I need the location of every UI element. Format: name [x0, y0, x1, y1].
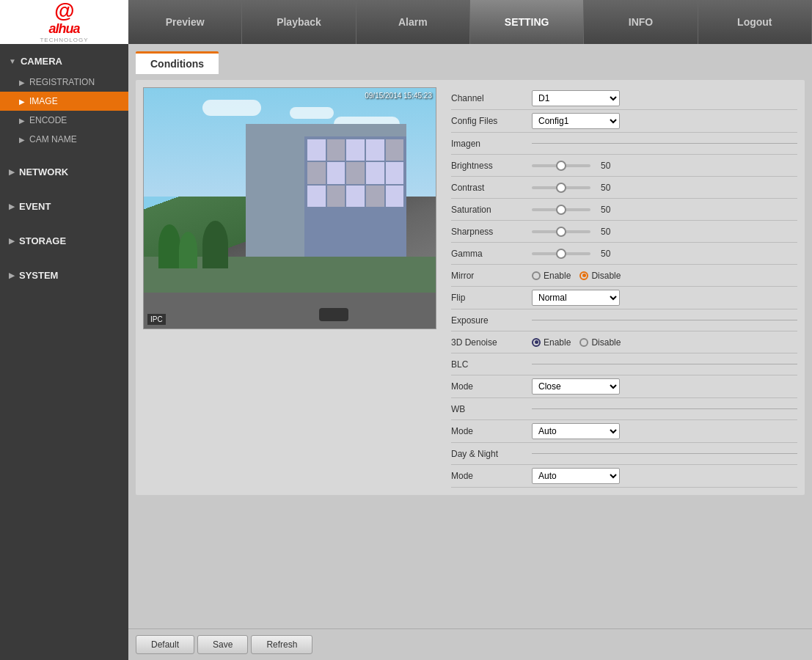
registration-label: REGISTRATION [29, 77, 95, 87]
cloud-2 [290, 107, 334, 119]
tree-2 [179, 232, 197, 268]
sharpness-label: Sharpness [451, 227, 532, 237]
sharpness-value: 50 [601, 227, 610, 237]
nav-setting[interactable]: SETTING [470, 0, 584, 44]
saturation-row: Saturation 50 [451, 199, 797, 221]
imagen-row: Imagen [451, 133, 797, 155]
nav-info[interactable]: INFO [584, 0, 698, 44]
nav-logout[interactable]: Logout [698, 0, 812, 44]
wb-mode-control: AutoManualATWIndoorOutdoor [532, 423, 797, 439]
camera-preview: 09/15/2014 15:45:23 IPC [143, 87, 436, 488]
settings-panel: Channel D1D2D3D4 Config Files Config1Co [451, 87, 797, 488]
sidebar-item-camname[interactable]: ▶ CAM NAME [0, 130, 128, 149]
saturation-value: 50 [601, 205, 610, 215]
sidebar: ▼ CAMERA ▶ REGISTRATION ▶ IMAGE ▶ ENCODE… [0, 44, 128, 660]
blc-mode-row: Mode CloseBLCWDRHLC [451, 375, 797, 398]
nav-playback[interactable]: Playback [242, 0, 356, 44]
gamma-row: Gamma 50 [451, 243, 797, 265]
encode-label: ENCODE [29, 115, 67, 125]
sidebar-item-image[interactable]: ▶ IMAGE [0, 92, 128, 111]
brightness-slider[interactable] [532, 164, 590, 167]
denoise-enable-radio[interactable]: Enable [532, 337, 571, 348]
sidebar-network-section: ▶ NETWORK [0, 155, 128, 189]
mirror-enable-dot [532, 271, 541, 280]
denoise-disable-label: Disable [591, 337, 621, 348]
top-navigation: @ alhua TECHNOLOGY Preview Playback Alar… [0, 0, 812, 44]
flip-label: Flip [451, 293, 532, 303]
content-wrapper: Conditions [128, 44, 812, 660]
sidebar-item-network[interactable]: ▶ NETWORK [0, 161, 128, 183]
channel-label: Channel [451, 93, 532, 103]
dahua-logo: @ alhua TECHNOLOGY [40, 1, 88, 43]
denoise-enable-label: Enable [544, 337, 571, 348]
sidebar-item-storage[interactable]: ▶ STORAGE [0, 230, 128, 252]
mirror-disable-radio[interactable]: Disable [579, 271, 621, 281]
storage-arrow-icon: ▶ [9, 237, 15, 245]
dn-mode-row: Mode AutoColorBlack&White [451, 465, 797, 488]
refresh-button[interactable]: Refresh [251, 635, 312, 654]
conditions-tab[interactable]: Conditions [136, 51, 219, 74]
saturation-control: 50 [532, 205, 797, 215]
road [144, 293, 436, 329]
system-arrow-icon: ▶ [9, 271, 15, 279]
sidebar-item-camera[interactable]: ▼ CAMERA [0, 50, 128, 73]
denoise-label: 3D Denoise [451, 337, 532, 348]
sidebar-system-section: ▶ SYSTEM [0, 258, 128, 293]
preview-timestamp: 09/15/2014 15:45:23 [365, 92, 432, 100]
nav-preview[interactable]: Preview [128, 0, 242, 44]
exposure-label: Exposure [451, 315, 532, 326]
config-files-label: Config Files [451, 116, 532, 126]
network-label: NETWORK [19, 166, 68, 177]
sharpness-slider[interactable] [532, 230, 590, 233]
contrast-label: Contrast [451, 183, 532, 193]
network-arrow-icon: ▶ [9, 168, 15, 176]
tree-1 [158, 224, 180, 268]
saturation-slider[interactable] [532, 208, 590, 211]
flip-row: Flip Normal180°90° CW90° CCW [451, 287, 797, 309]
imagen-control [532, 143, 797, 144]
building-windows [304, 136, 406, 257]
tree-3 [202, 221, 228, 268]
channel-select[interactable]: D1D2D3D4 [532, 90, 620, 106]
gamma-control: 50 [532, 249, 797, 259]
nav-buttons: Preview Playback Alarm SETTING INFO Logo… [128, 0, 812, 44]
denoise-disable-radio[interactable]: Disable [579, 337, 621, 348]
dahua-icon: @ [54, 1, 74, 21]
day-night-row: Day & Night [451, 443, 797, 465]
image-arrow-icon: ▶ [19, 98, 25, 106]
content-body: 09/15/2014 15:45:23 IPC Channel D1D2D3D4 [136, 80, 805, 495]
sidebar-event-section: ▶ EVENT [0, 189, 128, 224]
mirror-enable-radio[interactable]: Enable [532, 271, 571, 281]
wb-mode-select[interactable]: AutoManualATWIndoorOutdoor [532, 423, 620, 439]
dn-mode-select[interactable]: AutoColorBlack&White [532, 468, 620, 484]
day-night-control [532, 453, 797, 454]
sidebar-item-event[interactable]: ▶ EVENT [0, 195, 128, 218]
save-button[interactable]: Save [197, 635, 248, 654]
brightness-label: Brightness [451, 161, 532, 171]
gamma-slider[interactable] [532, 252, 590, 255]
blc-label: BLC [451, 359, 532, 370]
sidebar-item-encode[interactable]: ▶ ENCODE [0, 111, 128, 130]
default-button[interactable]: Default [136, 635, 194, 654]
cloud-1 [202, 100, 261, 116]
wb-control [532, 408, 797, 409]
sidebar-item-system[interactable]: ▶ SYSTEM [0, 264, 128, 287]
blc-mode-control: CloseBLCWDRHLC [532, 378, 797, 395]
gamma-value: 50 [601, 249, 610, 259]
blc-mode-select[interactable]: CloseBLCWDRHLC [532, 378, 620, 395]
exposure-control [532, 320, 797, 320]
contrast-slider[interactable] [532, 186, 590, 189]
storage-label: STORAGE [19, 235, 66, 246]
system-label: SYSTEM [19, 270, 58, 281]
encode-arrow-icon: ▶ [19, 117, 25, 125]
denoise-row: 3D Denoise Enable Disable [451, 331, 797, 353]
exposure-row: Exposure [451, 309, 797, 331]
dn-mode-label: Mode [451, 471, 532, 481]
wb-mode-label: Mode [451, 426, 532, 436]
flip-select[interactable]: Normal180°90° CW90° CCW [532, 290, 620, 306]
denoise-disable-dot [579, 338, 588, 347]
nav-alarm[interactable]: Alarm [356, 0, 470, 44]
mirror-disable-label: Disable [591, 271, 621, 281]
config-files-select[interactable]: Config1Config2Config3 [532, 113, 620, 129]
sidebar-item-registration[interactable]: ▶ REGISTRATION [0, 73, 128, 92]
